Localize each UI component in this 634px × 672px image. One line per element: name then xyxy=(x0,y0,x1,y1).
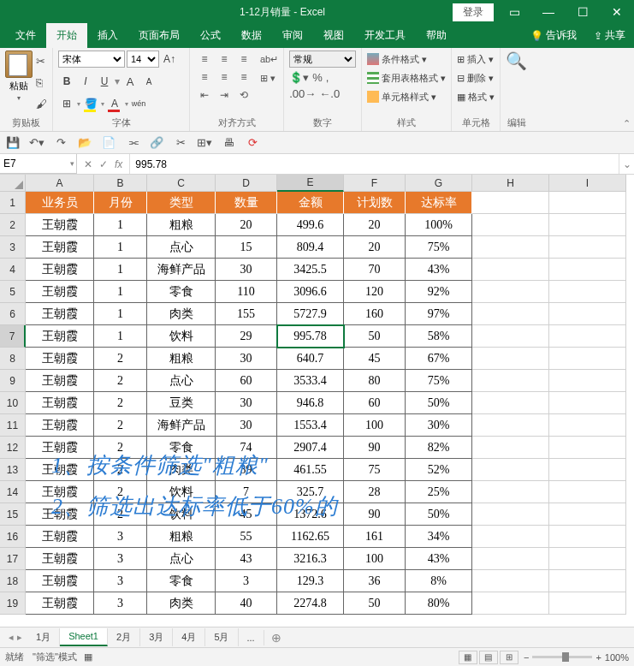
delete-cells-button[interactable]: ⊟ 删除 ▾ xyxy=(457,69,495,86)
grid-cell[interactable]: 82% xyxy=(406,437,472,459)
grid-cell[interactable]: 豆类 xyxy=(147,392,216,414)
qat-chart-icon[interactable]: ⫘ xyxy=(125,135,140,151)
grid-cell[interactable]: 肉类 xyxy=(147,592,216,615)
format-cells-button[interactable]: ▦ 格式 ▾ xyxy=(457,88,495,105)
worksheet-grid[interactable]: ABCDEFGHI1业务员月份类型数量金额计划数达标率2王朝霞1粗粮20499.… xyxy=(0,175,634,627)
column-header[interactable]: G xyxy=(406,175,472,192)
grid-cell[interactable]: 80 xyxy=(344,370,406,392)
grid-cell[interactable]: 946.8 xyxy=(277,392,344,414)
grid-cell[interactable] xyxy=(549,214,626,236)
grid-cell[interactable]: 王朝霞 xyxy=(26,392,94,414)
sheet-nav-prev-icon[interactable]: ◂ xyxy=(9,632,14,643)
increase-decimal-icon[interactable]: .00→ xyxy=(289,87,316,100)
grid-cell[interactable]: 王朝霞 xyxy=(26,259,94,281)
grid-cell[interactable] xyxy=(472,437,549,459)
grid-cell[interactable]: 1 xyxy=(94,236,147,259)
align-bottom-icon[interactable]: ≡ xyxy=(234,51,253,68)
grid-cell[interactable]: 王朝霞 xyxy=(26,303,94,325)
column-header[interactable]: I xyxy=(549,175,626,192)
grid-cell[interactable]: 50 xyxy=(344,325,406,348)
row-header[interactable]: 5 xyxy=(0,281,26,303)
grid-cell[interactable]: 王朝霞 xyxy=(26,325,94,348)
grid-cell[interactable]: 王朝霞 xyxy=(26,414,94,437)
table-header-cell[interactable]: 数量 xyxy=(216,192,277,214)
grid-cell[interactable] xyxy=(549,570,626,592)
grid-cell[interactable]: 52% xyxy=(406,459,472,481)
grid-cell[interactable]: 1 xyxy=(94,325,147,348)
grid-cell[interactable]: 粗粮 xyxy=(147,348,216,370)
phonetic-button[interactable]: wén xyxy=(130,95,147,112)
window-settings-icon[interactable]: ▭ xyxy=(497,0,531,24)
grid-cell[interactable] xyxy=(472,325,549,348)
expand-formula-bar-icon[interactable]: ⌄ xyxy=(619,154,634,174)
align-right-icon[interactable]: ≡ xyxy=(234,68,253,86)
grid-cell[interactable]: 809.4 xyxy=(277,236,344,259)
grid-cell[interactable] xyxy=(549,526,626,548)
copy-icon[interactable]: ⎘ xyxy=(36,76,47,89)
grid-cell[interactable]: 1553.4 xyxy=(277,414,344,437)
tab-home[interactable]: 开始 xyxy=(46,23,87,48)
grid-cell[interactable]: 55 xyxy=(216,526,277,548)
column-header[interactable]: F xyxy=(344,175,406,192)
increase-font-button[interactable]: A xyxy=(121,73,139,90)
sheet-tab[interactable]: 2月 xyxy=(108,628,140,646)
grid-cell[interactable]: 点心 xyxy=(147,548,216,570)
grid-cell[interactable]: 75% xyxy=(406,370,472,392)
cut-icon[interactable]: ✂ xyxy=(36,55,47,68)
row-header[interactable]: 3 xyxy=(0,236,26,259)
grid-cell[interactable]: 995.78 xyxy=(277,325,344,348)
qat-redo-icon[interactable]: ↷ xyxy=(53,135,68,151)
find-select-icon[interactable]: 🔍 xyxy=(506,51,527,71)
grid-cell[interactable]: 3096.6 xyxy=(277,281,344,303)
select-all-corner[interactable] xyxy=(0,175,26,192)
row-header[interactable]: 1 xyxy=(0,192,26,214)
grid-cell[interactable]: 80% xyxy=(406,592,472,615)
view-pagebreak-icon[interactable]: ⊞ xyxy=(500,651,518,664)
grid-cell[interactable]: 海鲜产品 xyxy=(147,259,216,281)
grid-cell[interactable]: 92% xyxy=(406,281,472,303)
grid-cell[interactable]: 70 xyxy=(344,259,406,281)
row-header[interactable]: 4 xyxy=(0,259,26,281)
qat-borders-icon[interactable]: ⊞▾ xyxy=(197,135,212,151)
insert-cells-button[interactable]: ⊞ 插入 ▾ xyxy=(457,51,495,68)
grid-cell[interactable]: 2907.4 xyxy=(277,437,344,459)
grid-cell[interactable]: 129.3 xyxy=(277,570,344,592)
grid-cell[interactable]: 3425.5 xyxy=(277,259,344,281)
grid-cell[interactable]: 王朝霞 xyxy=(26,236,94,259)
bold-button[interactable]: B xyxy=(58,73,75,90)
zoom-slider[interactable] xyxy=(532,656,592,658)
font-color-button[interactable]: A xyxy=(106,95,123,112)
grid-cell[interactable]: 20 xyxy=(344,236,406,259)
grid-cell[interactable]: 2 xyxy=(94,481,147,503)
macro-record-icon[interactable]: ▦ xyxy=(84,651,92,663)
grid-cell[interactable]: 110 xyxy=(216,281,277,303)
sheet-tab[interactable]: 1月 xyxy=(27,628,60,646)
grid-cell[interactable] xyxy=(549,303,626,325)
tab-formulas[interactable]: 公式 xyxy=(190,23,231,48)
grid-cell[interactable]: 1 xyxy=(94,259,147,281)
grid-cell[interactable]: 2 xyxy=(94,437,147,459)
conditional-format-button[interactable]: 条件格式 ▾ xyxy=(367,51,446,68)
grid-cell[interactable]: 20 xyxy=(216,214,277,236)
grid-cell[interactable]: 王朝霞 xyxy=(26,503,94,526)
minimize-button[interactable]: — xyxy=(531,0,566,24)
zoom-level[interactable]: 100% xyxy=(605,652,629,663)
grid-cell[interactable] xyxy=(549,236,626,259)
grid-cell[interactable]: 20 xyxy=(344,214,406,236)
share-button[interactable]: ⇪共享 xyxy=(585,23,634,48)
increase-font-icon[interactable]: A↑ xyxy=(161,51,178,68)
grid-cell[interactable]: 34% xyxy=(406,526,472,548)
grid-cell[interactable]: 75% xyxy=(406,236,472,259)
grid-cell[interactable]: 161 xyxy=(344,526,406,548)
grid-cell[interactable] xyxy=(472,236,549,259)
grid-cell[interactable]: 2 xyxy=(94,370,147,392)
row-header[interactable]: 15 xyxy=(0,503,26,526)
fill-color-button[interactable]: 🪣 xyxy=(82,95,99,112)
align-center-icon[interactable]: ≡ xyxy=(215,68,234,86)
column-header[interactable]: H xyxy=(472,175,549,192)
grid-cell[interactable]: 74 xyxy=(216,437,277,459)
row-header[interactable]: 9 xyxy=(0,370,26,392)
grid-cell[interactable]: 30 xyxy=(216,392,277,414)
cancel-formula-icon[interactable]: ✕ xyxy=(84,158,92,170)
grid-cell[interactable] xyxy=(472,503,549,526)
